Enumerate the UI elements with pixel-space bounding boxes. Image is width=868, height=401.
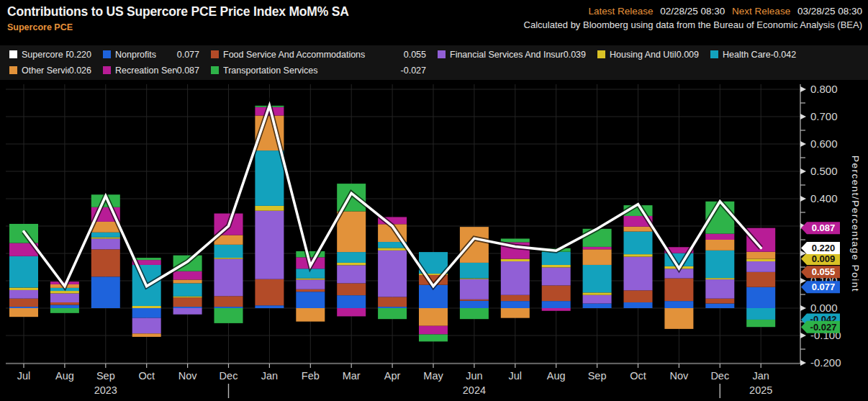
bar-segment-other-services[interactable] bbox=[337, 211, 366, 252]
bar-segment-housing-and-utilities[interactable] bbox=[91, 238, 120, 239]
bar-segment-nonprofits[interactable] bbox=[9, 307, 38, 308]
bar-segment-food-service-and-accommodations[interactable] bbox=[337, 283, 366, 295]
bar-segment-nonprofits[interactable] bbox=[624, 302, 653, 308]
bar-segment-financial-services-and-insurance[interactable] bbox=[50, 293, 79, 302]
bar-segment-recreation-services[interactable] bbox=[705, 234, 734, 240]
bar-segment-transportation-services[interactable] bbox=[378, 308, 407, 319]
legend-item[interactable]: Financial Services And Insurance0.039 bbox=[438, 50, 597, 60]
bar-segment-other-services[interactable] bbox=[705, 240, 734, 251]
bar-segment-health-care[interactable] bbox=[9, 256, 38, 288]
bar-segment-health-care[interactable] bbox=[173, 283, 202, 296]
bar-segment-health-care[interactable] bbox=[746, 308, 775, 320]
legend-item[interactable]: Nonprofits0.077 bbox=[103, 50, 211, 60]
bar-segment-food-service-and-accommodations[interactable] bbox=[173, 297, 202, 307]
bar-segment-recreation-services[interactable] bbox=[583, 247, 612, 249]
bar-segment-housing-and-utilities[interactable] bbox=[583, 292, 612, 294]
bar-segment-housing-and-utilities[interactable] bbox=[542, 265, 571, 267]
bar-segment-other-services[interactable] bbox=[132, 333, 161, 337]
bar-segment-transportation-services[interactable] bbox=[419, 334, 448, 341]
bar-segment-transportation-services[interactable] bbox=[501, 238, 530, 242]
bar-segment-nonprofits[interactable] bbox=[255, 305, 284, 308]
bar-segment-financial-services-and-insurance[interactable] bbox=[214, 259, 243, 297]
bar-segment-food-service-and-accommodations[interactable] bbox=[9, 299, 38, 307]
bar-segment-financial-services-and-insurance[interactable] bbox=[9, 290, 38, 299]
bar-segment-health-care[interactable] bbox=[214, 245, 243, 258]
bar-segment-food-service-and-accommodations[interactable] bbox=[378, 297, 407, 307]
bar-segment-financial-services-and-insurance[interactable] bbox=[173, 308, 202, 315]
bar-segment-nonprofits[interactable] bbox=[132, 308, 161, 318]
bar-segment-nonprofits[interactable] bbox=[91, 276, 120, 308]
legend-item[interactable]: Health Care-0.042 bbox=[710, 50, 808, 60]
bar-segment-food-service-and-accommodations[interactable] bbox=[705, 299, 734, 304]
bar-segment-nonprofits[interactable] bbox=[173, 307, 202, 308]
bar-segment-housing-and-utilities[interactable] bbox=[705, 278, 734, 279]
bar-segment-financial-services-and-insurance[interactable] bbox=[91, 238, 120, 249]
bar-segment-food-service-and-accommodations[interactable] bbox=[214, 296, 243, 307]
legend-item[interactable]: Other Services0.026 bbox=[9, 66, 103, 76]
legend-item[interactable]: Transportation Services-0.027 bbox=[211, 66, 438, 76]
bar-segment-financial-services-and-insurance[interactable] bbox=[624, 257, 653, 291]
bar-segment-food-service-and-accommodations[interactable] bbox=[624, 290, 653, 302]
bar-segment-financial-services-and-insurance[interactable] bbox=[132, 318, 161, 334]
legend-item[interactable]: Housing And Utilities0.009 bbox=[597, 50, 710, 60]
legend-item[interactable]: Recreation Services0.087 bbox=[103, 66, 211, 76]
bar-segment-nonprofits[interactable] bbox=[542, 301, 571, 308]
bar-segment-nonprofits[interactable] bbox=[50, 305, 79, 308]
bar-segment-recreation-services[interactable] bbox=[337, 308, 366, 316]
bar-segment-food-service-and-accommodations[interactable] bbox=[501, 295, 530, 301]
bar-segment-recreation-services[interactable] bbox=[419, 326, 448, 335]
bar-segment-health-care[interactable] bbox=[91, 233, 120, 238]
bar-segment-other-services[interactable] bbox=[460, 227, 489, 263]
bar-segment-nonprofits[interactable] bbox=[664, 301, 693, 308]
bar-segment-food-service-and-accommodations[interactable] bbox=[460, 299, 489, 301]
bar-segment-housing-and-utilities[interactable] bbox=[460, 279, 489, 279]
bar-segment-other-services[interactable] bbox=[419, 308, 448, 326]
bar-segment-health-care[interactable] bbox=[255, 150, 284, 206]
bar-segment-financial-services-and-insurance[interactable] bbox=[501, 261, 530, 295]
bar-segment-nonprofits[interactable] bbox=[746, 287, 775, 308]
bar-segment-food-service-and-accommodations[interactable] bbox=[255, 279, 284, 305]
bar-segment-nonprofits[interactable] bbox=[214, 307, 243, 308]
bar-segment-food-service-and-accommodations[interactable] bbox=[746, 272, 775, 287]
bar-segment-nonprofits[interactable] bbox=[705, 304, 734, 308]
bar-segment-housing-and-utilities[interactable] bbox=[255, 206, 284, 211]
bar-segment-housing-and-utilities[interactable] bbox=[173, 297, 202, 298]
bar-segment-health-care[interactable] bbox=[583, 265, 612, 292]
bar-segment-transportation-services[interactable] bbox=[214, 308, 243, 323]
bar-segment-recreation-services[interactable] bbox=[542, 308, 571, 311]
bar-segment-financial-services-and-insurance[interactable] bbox=[296, 279, 325, 289]
legend-item[interactable]: Supercore PCE0.220 bbox=[9, 50, 103, 60]
bar-segment-financial-services-and-insurance[interactable] bbox=[542, 267, 571, 285]
bar-segment-transportation-services[interactable] bbox=[746, 320, 775, 327]
bar-segment-food-service-and-accommodations[interactable] bbox=[542, 285, 571, 301]
bar-segment-recreation-services[interactable] bbox=[173, 271, 202, 280]
bar-segment-other-services[interactable] bbox=[664, 308, 693, 329]
bar-segment-other-services[interactable] bbox=[624, 227, 653, 232]
bar-segment-financial-services-and-insurance[interactable] bbox=[255, 211, 284, 279]
bar-segment-nonprofits[interactable] bbox=[378, 307, 407, 308]
bar-segment-housing-and-utilities[interactable] bbox=[132, 306, 161, 308]
bar-segment-health-care[interactable] bbox=[337, 252, 366, 263]
bar-segment-housing-and-utilities[interactable] bbox=[337, 263, 366, 265]
bar-segment-housing-and-utilities[interactable] bbox=[378, 248, 407, 250]
bar-segment-health-care[interactable] bbox=[460, 263, 489, 279]
bar-segment-transportation-services[interactable] bbox=[460, 308, 489, 319]
bar-segment-housing-and-utilities[interactable] bbox=[50, 291, 79, 293]
bar-segment-financial-services-and-insurance[interactable] bbox=[583, 295, 612, 304]
bar-segment-transportation-services[interactable] bbox=[50, 308, 79, 313]
bar-segment-housing-and-utilities[interactable] bbox=[214, 258, 243, 259]
bar-segment-nonprofits[interactable] bbox=[337, 295, 366, 308]
bar-segment-other-services[interactable] bbox=[501, 308, 530, 318]
bar-segment-housing-and-utilities[interactable] bbox=[501, 259, 530, 261]
bar-segment-food-service-and-accommodations[interactable] bbox=[664, 279, 693, 302]
bar-segment-housing-and-utilities[interactable] bbox=[624, 254, 653, 256]
bar-segment-nonprofits[interactable] bbox=[296, 292, 325, 308]
bar-segment-other-services[interactable] bbox=[746, 252, 775, 259]
bar-segment-other-services[interactable] bbox=[173, 279, 202, 283]
bar-segment-housing-and-utilities[interactable] bbox=[746, 259, 775, 261]
bar-segment-other-services[interactable] bbox=[9, 308, 38, 317]
bar-segment-housing-and-utilities[interactable] bbox=[9, 288, 38, 290]
bar-segment-food-service-and-accommodations[interactable] bbox=[91, 249, 120, 276]
bar-segment-food-service-and-accommodations[interactable] bbox=[296, 289, 325, 292]
bar-segment-financial-services-and-insurance[interactable] bbox=[378, 251, 407, 297]
